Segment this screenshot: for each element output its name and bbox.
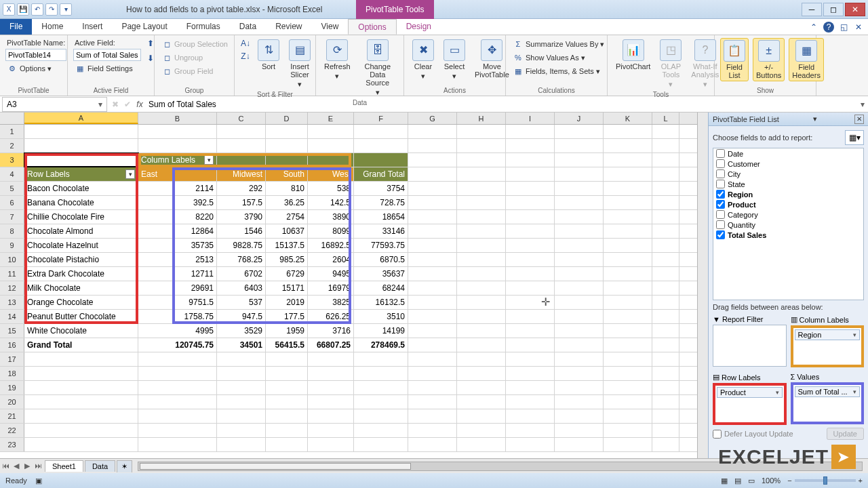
cell[interactable]: 66807.25 bbox=[308, 338, 354, 352]
cell[interactable] bbox=[555, 125, 604, 138]
cell[interactable]: 2754 bbox=[266, 210, 308, 224]
cell[interactable]: 33146 bbox=[354, 224, 408, 238]
cell[interactable] bbox=[506, 125, 555, 138]
cell[interactable] bbox=[308, 367, 354, 380]
col-header-H[interactable]: H bbox=[457, 113, 506, 124]
cell[interactable] bbox=[266, 153, 308, 167]
cell[interactable] bbox=[506, 324, 555, 338]
cell[interactable] bbox=[408, 281, 457, 295]
tab-file[interactable]: File bbox=[0, 19, 32, 35]
cell[interactable] bbox=[308, 424, 354, 437]
cell[interactable] bbox=[266, 352, 308, 366]
cell[interactable] bbox=[24, 395, 138, 409]
cell[interactable] bbox=[555, 253, 604, 266]
cell[interactable]: Grand Total bbox=[354, 167, 408, 181]
pivottable-options-button[interactable]: ⚙Options ▾ bbox=[5, 62, 66, 75]
row-header[interactable]: 16 bbox=[0, 338, 24, 352]
report-filter-area[interactable] bbox=[713, 325, 787, 367]
show-values-as-button[interactable]: %Show Values As ▾ bbox=[511, 52, 606, 64]
cell[interactable] bbox=[217, 367, 266, 380]
cell[interactable] bbox=[308, 381, 354, 394]
cell[interactable] bbox=[652, 338, 679, 352]
cell[interactable] bbox=[506, 352, 555, 366]
next-sheet-icon[interactable]: ▶ bbox=[22, 462, 33, 470]
cell[interactable] bbox=[308, 352, 354, 366]
cell[interactable] bbox=[652, 167, 679, 181]
cell[interactable]: Orange Chocolate bbox=[24, 296, 138, 309]
col-header-G[interactable]: G bbox=[408, 113, 457, 124]
change-data-source-button[interactable]: 🗄Change Data Source ▾ bbox=[357, 38, 398, 98]
last-sheet-icon[interactable]: ⏭ bbox=[33, 462, 43, 470]
cell[interactable]: 8220 bbox=[138, 210, 217, 224]
cell[interactable] bbox=[652, 153, 679, 167]
cell[interactable] bbox=[408, 409, 457, 423]
cell[interactable] bbox=[652, 196, 679, 209]
cell[interactable]: 29691 bbox=[138, 281, 217, 295]
cell[interactable] bbox=[652, 224, 679, 238]
cell[interactable] bbox=[555, 210, 604, 224]
cell[interactable] bbox=[506, 338, 555, 352]
pivottable-name-input[interactable] bbox=[5, 49, 66, 61]
cell[interactable]: 35735 bbox=[138, 239, 217, 252]
cell[interactable]: 35637 bbox=[354, 267, 408, 281]
cell[interactable] bbox=[555, 310, 604, 323]
cell[interactable]: 3510 bbox=[354, 310, 408, 323]
vertical-scrollbar[interactable] bbox=[697, 113, 708, 473]
cell[interactable] bbox=[506, 381, 555, 394]
col-header-F[interactable]: F bbox=[354, 113, 408, 124]
defer-layout-checkbox[interactable] bbox=[713, 430, 722, 439]
pivotchart-button[interactable]: 📊PivotChart bbox=[613, 38, 653, 72]
row-header[interactable]: 12 bbox=[0, 281, 24, 295]
cell[interactable] bbox=[217, 125, 266, 138]
col-header-C[interactable]: C bbox=[217, 113, 266, 124]
cell[interactable]: 177.5 bbox=[266, 310, 308, 323]
cell[interactable] bbox=[506, 182, 555, 195]
cell[interactable] bbox=[138, 438, 217, 451]
cell[interactable] bbox=[138, 424, 217, 437]
cell[interactable] bbox=[138, 125, 217, 138]
cell[interactable] bbox=[604, 296, 652, 309]
enter-formula-icon[interactable]: ✔ bbox=[121, 100, 134, 109]
product-chip[interactable]: Product▾ bbox=[717, 387, 783, 398]
cell[interactable] bbox=[354, 409, 408, 423]
field-item-product[interactable]: Product bbox=[713, 199, 863, 209]
col-header-A[interactable]: A bbox=[24, 113, 138, 124]
cell[interactable] bbox=[408, 224, 457, 238]
cell[interactable] bbox=[457, 338, 506, 352]
cell[interactable]: White Chocolate bbox=[24, 324, 138, 338]
cell[interactable]: 68244 bbox=[354, 281, 408, 295]
cell[interactable] bbox=[408, 324, 457, 338]
cell[interactable]: 728.75 bbox=[354, 196, 408, 209]
field-headers-button[interactable]: ▦Field Headers bbox=[789, 38, 824, 81]
cell[interactable]: 1546 bbox=[217, 224, 266, 238]
cell[interactable] bbox=[457, 224, 506, 238]
select-button[interactable]: ▭Select ▾ bbox=[441, 38, 468, 81]
cell[interactable]: 16892.5 bbox=[308, 239, 354, 252]
cell[interactable] bbox=[652, 281, 679, 295]
cell[interactable] bbox=[217, 438, 266, 451]
cell[interactable] bbox=[652, 409, 679, 423]
cell[interactable]: Row Labels ▾ bbox=[24, 167, 138, 181]
cell[interactable] bbox=[604, 367, 652, 380]
cell[interactable] bbox=[354, 381, 408, 394]
values-area[interactable]: Sum of Total ...▾ bbox=[791, 382, 865, 424]
cell[interactable] bbox=[457, 381, 506, 394]
cell[interactable] bbox=[506, 239, 555, 252]
undo-icon[interactable]: ↶ bbox=[31, 3, 43, 16]
cell[interactable] bbox=[506, 139, 555, 152]
cell[interactable]: 3890 bbox=[308, 210, 354, 224]
cell[interactable] bbox=[457, 267, 506, 281]
cell[interactable] bbox=[308, 438, 354, 451]
cell[interactable] bbox=[217, 153, 266, 167]
cell[interactable] bbox=[652, 182, 679, 195]
cell[interactable] bbox=[506, 153, 555, 167]
cell[interactable] bbox=[652, 352, 679, 366]
cell[interactable] bbox=[555, 367, 604, 380]
cell[interactable] bbox=[354, 367, 408, 380]
cell[interactable]: 626.25 bbox=[308, 310, 354, 323]
cell[interactable]: South bbox=[266, 167, 308, 181]
cell[interactable] bbox=[652, 125, 679, 138]
cell[interactable]: 6702 bbox=[217, 267, 266, 281]
cell[interactable]: 18654 bbox=[354, 210, 408, 224]
field-checkbox[interactable] bbox=[716, 200, 725, 209]
